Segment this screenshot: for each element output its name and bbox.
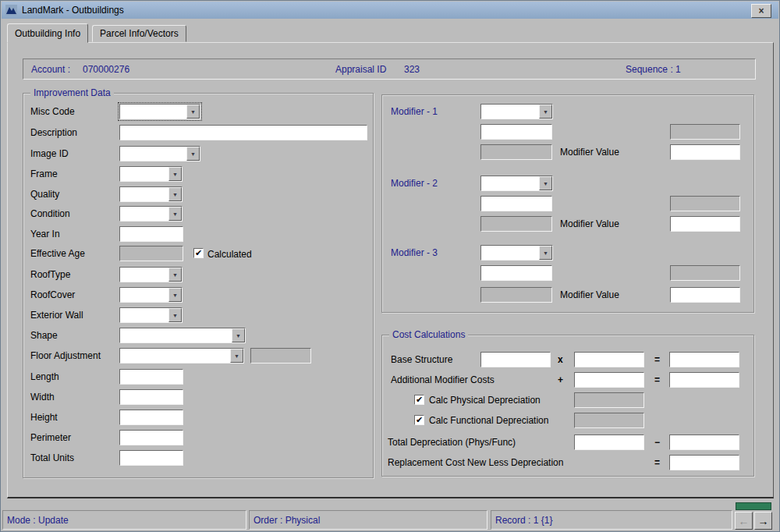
tab-parcel-info-vectors[interactable]: Parcel Info/Vectors — [92, 25, 186, 42]
status-mode: Mode : Update — [7, 515, 69, 526]
equals-operator: = — [654, 374, 660, 385]
perimeter-input[interactable] — [119, 430, 183, 445]
image-id-label: Image ID — [30, 148, 69, 159]
depreciation-result-input[interactable] — [669, 434, 739, 450]
sequence-label: Sequence : 1 — [626, 64, 681, 75]
modifier-1-input[interactable] — [480, 124, 552, 140]
misc-code-combo[interactable]: ▼ — [119, 104, 200, 119]
dropdown-arrow-icon[interactable]: ▼ — [168, 187, 182, 201]
effective-age-label: Effective Age — [30, 248, 85, 259]
tab-outbuilding-info[interactable]: Outbuilding Info — [7, 23, 88, 43]
dropdown-arrow-icon[interactable]: ▼ — [168, 207, 182, 221]
record-header-strip: Account : 070000276 Appraisal ID 323 Seq… — [23, 59, 756, 80]
height-input[interactable] — [119, 410, 183, 425]
floor-adjustment-label: Floor Adjustment — [30, 350, 101, 361]
replacement-cost-input[interactable] — [669, 455, 739, 470]
additional-result-input[interactable] — [669, 372, 739, 388]
dropdown-arrow-icon[interactable]: ▼ — [168, 308, 182, 322]
modifier-2-calc-disabled — [670, 196, 740, 211]
modifier-3-desc-disabled — [480, 287, 552, 303]
dropdown-arrow-icon[interactable]: ▼ — [168, 288, 182, 302]
condition-label: Condition — [30, 208, 70, 219]
dropdown-arrow-icon[interactable]: ▼ — [168, 167, 182, 181]
shape-label: Shape — [30, 330, 58, 341]
previous-record-button[interactable]: ← — [735, 512, 753, 530]
improvement-data-title: Improvement Data — [30, 87, 114, 98]
dropdown-arrow-icon[interactable]: ▼ — [539, 246, 552, 260]
base-result-input[interactable] — [669, 352, 739, 367]
arrow-left-icon: ← — [739, 515, 750, 527]
exterior-wall-label: Exterior Wall — [30, 310, 83, 321]
effective-age-field-disabled — [119, 246, 183, 261]
condition-combo[interactable]: ▼ — [119, 206, 183, 222]
appraisal-id-label: Appraisal ID — [335, 64, 386, 75]
dropdown-arrow-icon[interactable]: ▼ — [539, 176, 552, 190]
quality-label: Quality — [30, 189, 59, 200]
dropdown-arrow-icon[interactable]: ▼ — [232, 328, 245, 342]
length-label: Length — [30, 371, 59, 382]
calc-functional-depreciation-checkbox[interactable]: ✔ — [414, 415, 424, 425]
roof-cover-label: RoofCover — [30, 289, 75, 300]
calc-physical-depreciation-checkbox[interactable]: ✔ — [414, 395, 424, 405]
additional-modifier-costs-label: Additional Modifier Costs — [391, 374, 495, 385]
calculated-checkbox[interactable]: ✔ — [193, 248, 204, 258]
modifier-2-input[interactable] — [480, 196, 552, 211]
modifier-2-value-input[interactable] — [670, 216, 740, 232]
status-order-panel: Order : Physical — [249, 510, 488, 530]
physical-depreciation-disabled — [574, 392, 644, 408]
image-id-combo[interactable]: ▼ — [119, 146, 200, 161]
modifier-1-value-label: Modifier Value — [560, 147, 619, 158]
length-input[interactable] — [119, 369, 183, 385]
frame-combo[interactable]: ▼ — [119, 166, 183, 182]
total-depreciation-label: Total Depreciation (Phys/Func) — [388, 437, 516, 448]
dropdown-arrow-icon[interactable]: ▼ — [539, 105, 552, 119]
modifier-3-combo[interactable]: ▼ — [480, 245, 553, 261]
modifier-2-combo[interactable]: ▼ — [480, 176, 553, 191]
close-icon[interactable]: × — [751, 4, 771, 18]
total-depreciation-input[interactable] — [574, 434, 644, 450]
modifier-1-calc-disabled — [670, 124, 740, 140]
modifier-1-combo[interactable]: ▼ — [480, 104, 553, 119]
account-label: Account : — [31, 64, 70, 75]
width-label: Width — [30, 392, 55, 403]
quality-combo[interactable]: ▼ — [119, 186, 183, 202]
description-input[interactable] — [119, 125, 367, 140]
roof-cover-combo[interactable]: ▼ — [119, 287, 183, 303]
modifier-3-label: Modifier - 3 — [391, 247, 438, 258]
dropdown-arrow-icon[interactable]: ▼ — [230, 349, 243, 363]
exterior-wall-combo[interactable]: ▼ — [119, 307, 183, 323]
status-order: Order : Physical — [254, 515, 320, 526]
width-input[interactable] — [119, 389, 183, 405]
year-in-input[interactable] — [119, 226, 183, 242]
roof-type-combo[interactable]: ▼ — [119, 267, 183, 282]
dropdown-arrow-icon[interactable]: ▼ — [186, 105, 200, 119]
base-rate-input[interactable] — [574, 352, 644, 367]
calculated-label: Calculated — [207, 249, 252, 260]
dropdown-arrow-icon[interactable]: ▼ — [168, 268, 182, 282]
status-mode-panel: Mode : Update — [2, 510, 246, 530]
base-structure-input[interactable] — [480, 352, 551, 367]
year-in-label: Year In — [30, 229, 60, 239]
total-units-input[interactable] — [119, 450, 183, 466]
dropdown-arrow-icon[interactable]: ▼ — [186, 147, 200, 161]
title-bar[interactable]: LandMark - Outbuildings — [2, 2, 778, 19]
modifier-1-label: Modifier - 1 — [391, 106, 438, 117]
app-logo-icon — [5, 5, 17, 16]
account-value: 070000276 — [83, 64, 129, 75]
additional-costs-input[interactable] — [574, 372, 644, 388]
floor-adjustment-combo[interactable]: ▼ — [119, 348, 244, 364]
modifier-1-desc-disabled — [480, 144, 552, 160]
status-record-panel: Record : 1 {1} — [491, 510, 732, 530]
window-title: LandMark - Outbuildings — [22, 5, 124, 16]
landmark-outbuildings-window: LandMark - Outbuildings × Outbuilding In… — [0, 0, 780, 532]
modifier-3-input[interactable] — [480, 265, 552, 281]
cost-calculations-title: Cost Calculations — [389, 329, 468, 340]
modifier-3-value-input[interactable] — [670, 287, 740, 303]
base-structure-label: Base Structure — [391, 354, 452, 365]
appraisal-id-value: 323 — [404, 64, 420, 75]
next-record-button[interactable]: → — [754, 512, 772, 530]
floor-adjustment-value-disabled — [250, 348, 311, 364]
shape-combo[interactable]: ▼ — [119, 328, 246, 343]
roof-type-label: RoofType — [30, 269, 70, 280]
modifier-1-value-input[interactable] — [670, 144, 740, 160]
